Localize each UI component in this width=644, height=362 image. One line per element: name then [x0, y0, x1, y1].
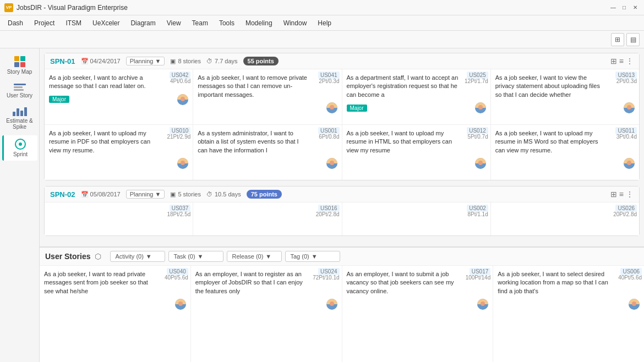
avatar: [475, 102, 486, 113]
bottom-stories: US040 40Pt/5.6d As a job seeker, I want …: [40, 266, 644, 362]
sprint-2-more-btn[interactable]: ⋮: [626, 190, 634, 199]
story-pts: 18Pt/2.5d: [167, 211, 190, 217]
story-pts: 2Pt/0.3d: [319, 78, 339, 84]
story-pts: 3Pt/0.4d: [616, 134, 637, 140]
sidebar-item-estimate[interactable]: Estimate & Spike: [2, 104, 37, 133]
sprint-board[interactable]: SPN-01 📅 04/24/2017 Planning ▼ ▣ 8 stori…: [40, 48, 644, 246]
menu-item-team[interactable]: Team: [187, 17, 214, 29]
story-pts: 12Pt/1.7d: [465, 78, 488, 84]
sidebar: Story Map User Story Estimate & Spike: [0, 48, 40, 362]
minimize-button[interactable]: —: [609, 3, 618, 12]
menu-item-modeling[interactable]: Modeling: [240, 17, 278, 29]
menu-item-help[interactable]: Help: [312, 17, 337, 29]
bottom-filters: Activity (0) ▼ Task (0) ▼ Release (0) ▼ …: [110, 251, 340, 262]
bottom-title: User Stories: [45, 252, 90, 261]
close-button[interactable]: ✕: [631, 3, 640, 12]
story-pts: 20Pt/2.8d: [316, 211, 340, 217]
sprint-1-points: 55 points: [243, 57, 279, 65]
menu-item-view[interactable]: View: [161, 17, 187, 29]
menu-item-uexceler[interactable]: UeXceler: [87, 17, 125, 29]
app-icon: VP: [4, 3, 13, 12]
story-pts: 21Pt/2.9d: [167, 134, 190, 140]
story-pts: 2Pt/0.3d: [616, 78, 637, 84]
story-tag: Major: [49, 96, 69, 103]
maximize-button[interactable]: □: [620, 3, 629, 12]
sprint-2-date: 📅 05/08/2017: [81, 191, 121, 198]
sprint-1-date: 📅 04/24/2017: [81, 58, 121, 65]
sprint-2-id: SPN-02: [50, 190, 75, 199]
task-filter[interactable]: Task (0) ▼: [168, 251, 223, 262]
story-tag: Major: [347, 105, 367, 112]
sprint-1-more-btn[interactable]: ⋮: [626, 57, 634, 65]
sidebar-sprint-label: Sprint: [13, 151, 28, 157]
story-pts: 40Pt/5.6d: [165, 275, 188, 281]
sprint-2-header: SPN-02 📅 05/08/2017 Planning ▼ ▣ 5 stori…: [45, 187, 639, 202]
sprint-2-grid-btn[interactable]: ⊞: [610, 190, 617, 199]
sprint-2-stories: ▣ 5 stories: [170, 191, 201, 198]
menu-item-window[interactable]: Window: [278, 17, 313, 29]
story-text: As a job seeker, I want to upload my res…: [495, 129, 635, 155]
sidebar-item-user-story[interactable]: User Story: [2, 80, 37, 102]
avatar: [175, 299, 186, 310]
table-row: US037 18Pt/2.5d: [45, 202, 193, 235]
avatar: [326, 102, 337, 113]
sprint-1-days: ⏱ 7.7 days: [206, 58, 238, 64]
toolbar-panel-icon[interactable]: ▤: [626, 33, 640, 46]
table-row: US010 21Pt/2.9d As a job seeker, I want …: [45, 125, 193, 180]
story-text: As a department staff, I want to accept …: [347, 74, 486, 99]
menu-item-itsm[interactable]: ITSM: [60, 17, 87, 29]
story-pts: 20Pt/2.8d: [613, 211, 637, 217]
menu-item-tools[interactable]: Tools: [214, 17, 240, 29]
avatar: [475, 158, 486, 169]
tag-filter[interactable]: Tag (0) ▼: [285, 251, 340, 262]
sprint-1-grid: US042 4Pt/0.6d As a job seeker, I want t…: [45, 69, 639, 180]
sidebar-item-story-map[interactable]: Story Map: [2, 53, 37, 78]
filter-icon[interactable]: ⬡: [95, 252, 101, 261]
avatar: [629, 299, 640, 310]
avatar: [177, 158, 188, 169]
avatar: [477, 299, 488, 310]
avatar: [624, 102, 635, 113]
sprint-1-id: SPN-01: [50, 57, 75, 65]
table-row: US016 20Pt/2.8d: [193, 202, 341, 235]
menu-item-project[interactable]: Project: [29, 17, 60, 29]
avatar: [326, 299, 337, 310]
story-text: As an employer, I want to submit a job v…: [347, 270, 489, 295]
sprint-icon: [15, 139, 26, 150]
app-title: JobsDIR - Visual Paradigm Enterprise: [17, 4, 128, 12]
sprint-1-stories: ▣ 8 stories: [170, 58, 201, 65]
toolbar-grid-icon[interactable]: ⊞: [611, 33, 624, 46]
sidebar-story-map-label: Story Map: [7, 69, 32, 75]
table-row: US011 3Pt/0.4d As a job seeker, I want t…: [491, 125, 639, 180]
sprint-1-status[interactable]: Planning ▼: [126, 57, 165, 65]
table-row: US042 4Pt/0.6d As a job seeker, I want t…: [45, 69, 193, 124]
sprint-2-status[interactable]: Planning ▼: [126, 190, 165, 199]
sprint-section-2: SPN-02 📅 05/08/2017 Planning ▼ ▣ 5 stori…: [44, 186, 640, 236]
sprint-1-list-btn[interactable]: ≡: [619, 57, 624, 65]
menu-item-diagram[interactable]: Diagram: [125, 17, 161, 29]
list-item: US006 40Pt/5.6d As a job seeker, I want …: [493, 266, 644, 362]
avatar: [177, 94, 188, 105]
table-row: US013 2Pt/0.3d As a job seeker, I want t…: [491, 69, 639, 124]
story-text: As a job seeker, I want to view the priv…: [495, 74, 635, 99]
sidebar-user-story-label: User Story: [7, 92, 32, 98]
list-item: US017 100Pt/14d As an employer, I want t…: [342, 266, 493, 362]
story-pts: 6Pt/0.8d: [319, 134, 339, 140]
story-map-icon: [14, 56, 25, 67]
sidebar-item-sprint[interactable]: Sprint: [2, 135, 37, 161]
story-pts: 72Pt/10.1d: [313, 275, 339, 281]
title-bar: VP JobsDIR - Visual Paradigm Enterprise …: [0, 0, 644, 15]
activity-filter[interactable]: Activity (0) ▼: [110, 251, 165, 262]
release-filter[interactable]: Release (0) ▼: [227, 251, 282, 262]
story-text: As a job seeker, I want to upload my res…: [49, 129, 188, 155]
content-area: SPN-01 📅 04/24/2017 Planning ▼ ▣ 8 stori…: [40, 48, 644, 362]
menu-bar: DashProjectITSMUeXcelerDiagramViewTeamTo…: [0, 15, 644, 31]
table-row: US026 20Pt/2.8d: [491, 202, 639, 235]
sprint-section-1: SPN-01 📅 04/24/2017 Planning ▼ ▣ 8 stori…: [44, 53, 640, 180]
sidebar-estimate-label: Estimate & Spike: [4, 118, 35, 130]
sprint-2-points: 75 points: [247, 190, 282, 199]
menu-item-dash[interactable]: Dash: [2, 17, 29, 29]
table-row: US025 12Pt/1.7d As a department staff, I…: [342, 69, 490, 124]
sprint-1-grid-btn[interactable]: ⊞: [610, 57, 617, 65]
sprint-2-list-btn[interactable]: ≡: [619, 190, 624, 199]
